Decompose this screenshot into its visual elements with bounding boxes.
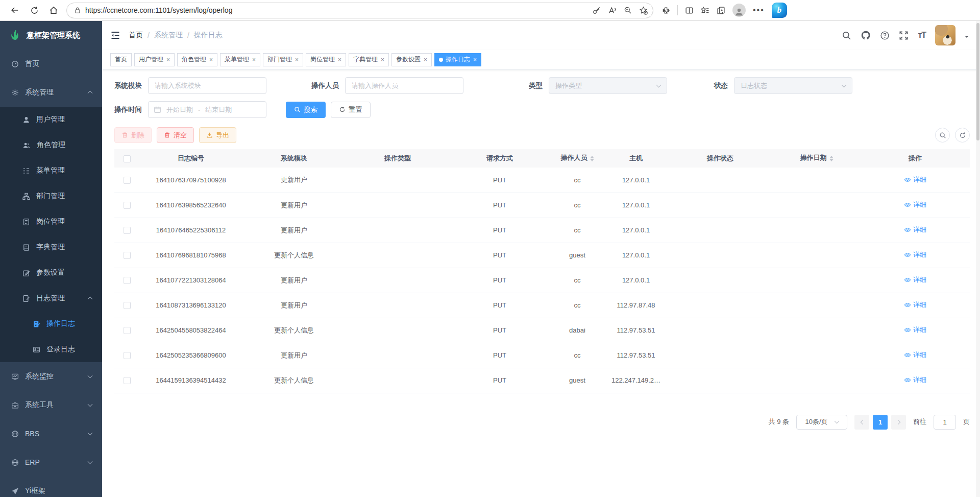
tab-用户管理[interactable]: 用户管理× bbox=[134, 53, 175, 66]
row-checkbox[interactable] bbox=[124, 177, 131, 184]
sidebar-item-login-log[interactable]: 登录日志 bbox=[0, 337, 102, 362]
clear-button[interactable]: 清空 bbox=[157, 127, 194, 143]
collections-icon[interactable] bbox=[717, 6, 725, 15]
sidebar-item-log-mgmt[interactable]: 日志管理 bbox=[0, 286, 102, 311]
tab-首页[interactable]: 首页 bbox=[110, 53, 132, 66]
zoom-out-icon[interactable] bbox=[624, 6, 632, 14]
export-button[interactable]: 导出 bbox=[199, 127, 236, 143]
module-input[interactable] bbox=[148, 77, 266, 94]
profile-avatar-icon[interactable] bbox=[732, 4, 746, 17]
tab-close-icon[interactable]: × bbox=[295, 56, 299, 63]
sort-caret-icon[interactable] bbox=[829, 154, 834, 163]
select-all-checkbox[interactable] bbox=[124, 155, 131, 162]
prev-page-button[interactable] bbox=[854, 415, 869, 430]
detail-link[interactable]: 详细 bbox=[904, 350, 926, 360]
back-icon[interactable] bbox=[7, 3, 22, 18]
row-checkbox[interactable] bbox=[124, 227, 131, 234]
table-refresh-button[interactable] bbox=[955, 128, 970, 143]
row-checkbox[interactable] bbox=[124, 252, 131, 259]
read-aloud-icon[interactable] bbox=[608, 6, 617, 15]
sort-caret-icon[interactable] bbox=[590, 154, 594, 163]
extensions-puzzle-icon[interactable] bbox=[662, 6, 670, 15]
tab-close-icon[interactable]: × bbox=[252, 56, 256, 63]
chevron-down-icon[interactable] bbox=[965, 36, 969, 40]
tab-close-icon[interactable]: × bbox=[381, 56, 384, 63]
sidebar-item-oper-log[interactable]: 操作日志 bbox=[0, 311, 102, 337]
split-screen-icon[interactable] bbox=[685, 6, 694, 15]
operator-input[interactable] bbox=[345, 77, 463, 94]
row-checkbox[interactable] bbox=[124, 277, 131, 284]
tab-close-icon[interactable]: × bbox=[209, 56, 213, 63]
font-size-icon[interactable]: тT bbox=[918, 31, 926, 40]
type-select[interactable]: 操作类型 bbox=[549, 77, 667, 94]
sidebar-item-menu-mgmt[interactable]: 菜单管理 bbox=[0, 158, 102, 183]
bing-chat-icon[interactable]: b bbox=[772, 3, 787, 18]
sidebar-item-param-config[interactable]: 参数设置 bbox=[0, 260, 102, 286]
reset-button[interactable]: 重置 bbox=[331, 102, 371, 118]
search-icon[interactable] bbox=[842, 31, 851, 40]
sidebar-item-user-mgmt[interactable]: 用户管理 bbox=[0, 107, 102, 132]
row-checkbox[interactable] bbox=[124, 377, 131, 384]
detail-link[interactable]: 详细 bbox=[904, 325, 926, 335]
tab-操作日志[interactable]: 操作日志× bbox=[434, 53, 481, 66]
sidebar-item-sys-tools[interactable]: 系统工具 bbox=[0, 391, 102, 419]
tab-部门管理[interactable]: 部门管理× bbox=[263, 53, 303, 66]
menu-fold-icon[interactable] bbox=[110, 30, 120, 40]
detail-link[interactable]: 详细 bbox=[904, 175, 926, 184]
password-key-icon[interactable] bbox=[593, 6, 601, 14]
help-icon[interactable] bbox=[880, 31, 890, 40]
next-page-button[interactable] bbox=[891, 415, 906, 430]
sidebar-item-dept-mgmt[interactable]: 部门管理 bbox=[0, 183, 102, 209]
sidebar-item-dict-mgmt[interactable]: 字典管理 bbox=[0, 234, 102, 260]
breadcrumb-item[interactable]: 首页 bbox=[129, 31, 143, 40]
tab-close-icon[interactable]: × bbox=[338, 56, 341, 63]
sidebar-item-erp[interactable]: ERP bbox=[0, 448, 102, 477]
home-icon[interactable] bbox=[46, 3, 61, 18]
goto-page-input[interactable] bbox=[934, 415, 956, 430]
column-header-操作人员[interactable]: 操作人员 bbox=[550, 149, 604, 168]
status-select[interactable]: 日志状态 bbox=[734, 77, 852, 94]
reload-icon[interactable] bbox=[27, 3, 42, 18]
column-header-操作日期[interactable]: 操作日期 bbox=[773, 149, 861, 168]
row-checkbox[interactable] bbox=[124, 302, 131, 309]
sidebar-item-home[interactable]: 首页 bbox=[0, 50, 102, 78]
sidebar-item-yi-frame[interactable]: Yi框架 bbox=[0, 477, 102, 497]
scrollbar-thumb[interactable] bbox=[976, 23, 979, 140]
detail-link[interactable]: 详细 bbox=[904, 375, 926, 385]
tab-close-icon[interactable]: × bbox=[473, 56, 477, 63]
detail-link[interactable]: 详细 bbox=[904, 200, 926, 209]
fullscreen-icon[interactable] bbox=[899, 31, 909, 40]
tab-字典管理[interactable]: 字典管理× bbox=[349, 53, 389, 66]
detail-link[interactable]: 详细 bbox=[904, 300, 926, 310]
tab-角色管理[interactable]: 角色管理× bbox=[177, 53, 217, 66]
sidebar-item-sys-monitor[interactable]: 系统监控 bbox=[0, 362, 102, 391]
tab-close-icon[interactable]: × bbox=[166, 56, 170, 63]
github-icon[interactable] bbox=[861, 30, 871, 40]
url-text[interactable]: https://ccnetcore.com:1101/system/log/op… bbox=[85, 6, 593, 14]
row-checkbox[interactable] bbox=[124, 352, 131, 359]
row-checkbox[interactable] bbox=[124, 327, 131, 334]
more-dots-icon[interactable]: ••• bbox=[753, 6, 765, 15]
sidebar-item-post-mgmt[interactable]: 岗位管理 bbox=[0, 209, 102, 234]
row-checkbox[interactable] bbox=[124, 202, 131, 209]
address-bar[interactable]: https://ccnetcore.com:1101/system/log/op… bbox=[66, 3, 653, 18]
sidebar-item-role-mgmt[interactable]: 角色管理 bbox=[0, 132, 102, 158]
table-search-button[interactable] bbox=[935, 128, 950, 143]
detail-link[interactable]: 详细 bbox=[904, 275, 926, 285]
user-avatar[interactable] bbox=[935, 25, 955, 45]
sidebar-item-system-mgmt[interactable]: 系统管理 bbox=[0, 78, 102, 107]
tab-岗位管理[interactable]: 岗位管理× bbox=[306, 53, 346, 66]
tab-菜单管理[interactable]: 菜单管理× bbox=[220, 53, 260, 66]
favorite-star-add-icon[interactable] bbox=[639, 6, 648, 15]
detail-link[interactable]: 详细 bbox=[904, 250, 926, 259]
delete-button[interactable]: 删除 bbox=[114, 127, 152, 143]
tab-close-icon[interactable]: × bbox=[424, 56, 427, 63]
page-number-1[interactable]: 1 bbox=[873, 415, 888, 430]
favorites-bar-icon[interactable] bbox=[701, 6, 709, 15]
detail-link[interactable]: 详细 bbox=[904, 225, 926, 234]
page-size-select[interactable]: 10条/页 bbox=[796, 415, 847, 430]
sidebar-item-bbs[interactable]: BBS bbox=[0, 419, 102, 448]
tab-参数设置[interactable]: 参数设置× bbox=[391, 53, 432, 66]
search-button[interactable]: 搜索 bbox=[286, 102, 326, 118]
page-scrollbar[interactable] bbox=[976, 21, 980, 497]
